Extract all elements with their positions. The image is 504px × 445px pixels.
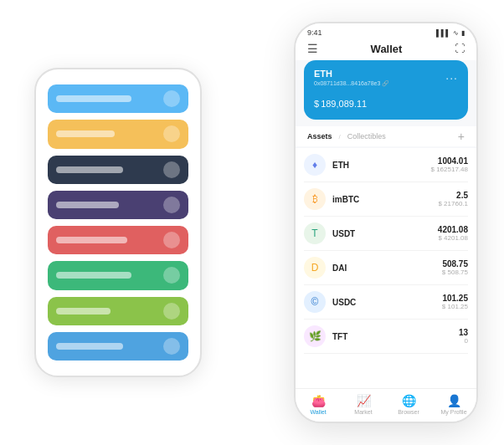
asset-usd: $ 101.25 <box>442 303 468 310</box>
wallet-card[interactable] <box>48 84 188 113</box>
amount-value: 189,089.11 <box>321 99 367 109</box>
asset-name: USDT <box>332 229 438 238</box>
nav-item-wallet[interactable]: 👛Wallet <box>296 394 341 415</box>
eth-card-address: 0x08711d38...8416a78e3 🔗 <box>314 80 458 87</box>
asset-icon: © <box>304 291 326 313</box>
asset-usd: $ 21760.1 <box>438 200 468 207</box>
asset-item[interactable]: TUSDT4201.08$ 4201.08 <box>304 217 468 251</box>
eth-card[interactable]: ETH 0x08711d38...8416a78e3 🔗 $189,089.11… <box>304 60 468 120</box>
asset-amounts: 4201.08$ 4201.08 <box>438 225 468 242</box>
tab-collectibles[interactable]: Collectibles <box>347 132 386 141</box>
asset-icon: ₿ <box>304 188 326 210</box>
asset-item[interactable]: DDAI508.75$ 508.75 <box>304 251 468 285</box>
wallet-card[interactable] <box>48 261 188 289</box>
asset-usd: $ 4201.08 <box>438 234 468 242</box>
asset-name: DAI <box>332 263 442 273</box>
asset-list: ♦ETH1004.01$ 162517.48₿imBTC2.5$ 21760.1… <box>296 148 476 388</box>
asset-item[interactable]: ©USDC101.25$ 101.25 <box>304 285 468 320</box>
wallet-card[interactable] <box>48 297 188 325</box>
asset-icon: ♦ <box>304 154 326 176</box>
asset-usd: $ 162517.48 <box>431 166 469 173</box>
asset-amount: 1004.01 <box>431 156 469 166</box>
asset-name: imBTC <box>332 195 438 204</box>
asset-item[interactable]: ₿imBTC2.5$ 21760.1 <box>304 182 468 217</box>
asset-amounts: 130 <box>459 328 468 345</box>
asset-item[interactable]: 🌿TFT130 <box>304 320 468 354</box>
time: 9:41 <box>307 28 322 37</box>
nav-label: Wallet <box>310 409 326 415</box>
dollar-sign: $ <box>314 99 319 109</box>
nav-label: Browser <box>398 409 419 415</box>
asset-amount: 508.75 <box>442 259 468 269</box>
asset-name: USDC <box>332 298 442 307</box>
nav-icon: 👤 <box>447 394 461 407</box>
eth-card-amount: $189,089.11 <box>314 94 458 111</box>
asset-amount: 13 <box>459 328 468 337</box>
battery-icon: ▮ <box>461 29 465 37</box>
wallet-card[interactable] <box>48 156 188 184</box>
asset-amount: 101.25 <box>442 294 468 303</box>
menu-icon[interactable]: ☰ <box>307 42 318 55</box>
nav-icon: 👛 <box>311 394 326 407</box>
asset-amounts: 1004.01$ 162517.48 <box>431 156 469 173</box>
nav-label: Market <box>354 409 372 415</box>
nav-item-market[interactable]: 📈Market <box>341 394 386 415</box>
asset-icon: T <box>304 222 326 244</box>
phone-header: ☰ Wallet ⛶ <box>296 38 476 60</box>
assets-header: Assets / Collectibles + <box>296 126 476 146</box>
asset-amounts: 101.25$ 101.25 <box>442 294 468 310</box>
nav-icon: 🌐 <box>402 394 416 407</box>
wallet-card[interactable] <box>48 120 188 148</box>
wallet-card[interactable] <box>48 332 188 361</box>
nav-item-browser[interactable]: 🌐Browser <box>386 394 431 415</box>
assets-tabs: Assets / Collectibles <box>307 132 386 141</box>
wifi-icon: ∿ <box>453 29 459 37</box>
wallet-card[interactable] <box>48 191 188 219</box>
asset-icon: D <box>304 257 326 279</box>
asset-amounts: 2.5$ 21760.1 <box>438 191 468 207</box>
asset-usd: 0 <box>459 337 468 345</box>
status-bar: 9:41 ▌▌▌ ∿ ▮ <box>296 23 476 38</box>
tab-separator: / <box>339 133 341 141</box>
asset-icon: 🌿 <box>304 325 326 347</box>
asset-name: TFT <box>332 332 459 341</box>
asset-amounts: 508.75$ 508.75 <box>442 259 468 276</box>
scene: 9:41 ▌▌▌ ∿ ▮ ☰ Wallet ⛶ ETH 0x08711d38..… <box>9 9 495 436</box>
nav-icon: 📈 <box>357 394 371 407</box>
bg-phone <box>34 68 202 377</box>
more-dots[interactable]: ... <box>445 69 458 82</box>
eth-card-title: ETH <box>314 69 458 79</box>
asset-name: ETH <box>332 161 431 170</box>
asset-item[interactable]: ♦ETH1004.01$ 162517.48 <box>304 148 468 182</box>
bottom-nav: 👛Wallet📈Market🌐Browser👤My Profile <box>296 388 476 422</box>
signal-icon: ▌▌▌ <box>436 29 450 37</box>
main-phone: 9:41 ▌▌▌ ∿ ▮ ☰ Wallet ⛶ ETH 0x08711d38..… <box>294 22 478 423</box>
expand-icon[interactable]: ⛶ <box>455 43 465 54</box>
tab-assets[interactable]: Assets <box>307 132 332 141</box>
asset-usd: $ 508.75 <box>442 269 468 276</box>
wallet-card[interactable] <box>48 226 188 254</box>
asset-amount: 4201.08 <box>438 225 468 234</box>
nav-item-my-profile[interactable]: 👤My Profile <box>431 394 476 415</box>
status-icons: ▌▌▌ ∿ ▮ <box>436 29 465 37</box>
asset-amount: 2.5 <box>438 191 468 200</box>
nav-label: My Profile <box>440 409 466 415</box>
header-title: Wallet <box>371 43 403 55</box>
add-asset-button[interactable]: + <box>458 130 465 143</box>
